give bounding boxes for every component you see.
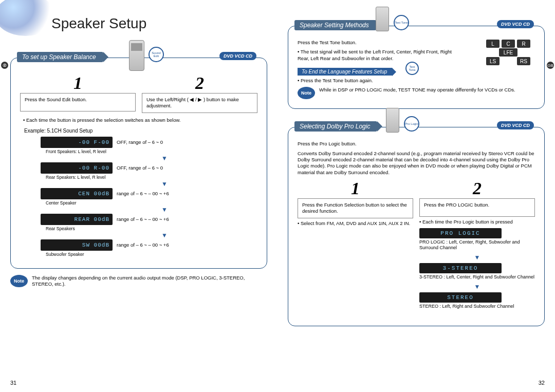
vfd-row: -00 F-00OFF, range of – 6 ~ 0: [41, 137, 257, 148]
mode-description: STEREO : Left, Right and Subwoofer Chann…: [419, 304, 535, 309]
speaker-diagram: L C R LFE LS RS: [483, 39, 534, 66]
press-pro-logic: Press the Pro Logic button.: [298, 141, 535, 147]
step-2-text: Use the Left/Right ( ◀ / ▶ ) button to m…: [142, 93, 257, 113]
vfd-list: -00 F-00OFF, range of – 6 ~ 0Front Speak…: [20, 137, 257, 257]
step-1b-bullet: • Select from FM, AM, DVD and AUX 1IN, A…: [298, 220, 413, 227]
side-tab-left: ⦿: [1, 62, 8, 69]
test-tone-button-icon-2: Test Tone: [405, 62, 419, 75]
speaker-L: L: [486, 40, 499, 48]
pro-logic-section: Selecting Dolby Pro Logic Pro Logic DVD …: [288, 127, 545, 326]
vfd-caption: Center Speaker: [46, 200, 257, 206]
down-arrow-icon: ▼: [419, 283, 535, 290]
vfd-range-note: range of – 6 ~ – 00 ~ +6: [117, 191, 169, 196]
mode-vfd: PRO LOGIC: [419, 228, 502, 238]
vfd-caption: Rear Speakers: [46, 226, 257, 231]
step-1-number: 1: [20, 73, 136, 93]
speaker-R: R: [517, 40, 530, 48]
vfd-caption: Subwoofer Speaker: [46, 252, 257, 257]
mode-vfd: 3-STEREO: [419, 263, 502, 273]
vfd-display: SW 00dB: [41, 239, 113, 251]
section2-header: Selecting Dolby Pro Logic: [294, 121, 377, 132]
mode-description: PRO LOGIC : Left, Center, Right, Subwoof…: [419, 239, 535, 251]
pro-logic-button-icon: Pro Logic: [404, 116, 419, 132]
step-1-text: Press the Sound Edit button.: [20, 93, 136, 111]
vfd-display: -00 F-00: [41, 137, 113, 148]
sub-header-end: To End the Language Features Setup: [298, 68, 392, 76]
down-arrow-icon: ▼: [419, 254, 535, 261]
speaker-balance-section: To set up Speaker Balance Sound Edit DVD…: [10, 58, 267, 269]
example-label: Example: 5.1CH Sound Setup: [24, 128, 257, 134]
step-2b-text: Press the PRO LOGIC button.: [419, 198, 535, 217]
note-text-2: While in DSP or PRO LOGIC mode, TEST TON…: [319, 87, 515, 93]
speaker-C: C: [502, 40, 515, 48]
page-left: Speaker Setup ⦿ To set up Speaker Balanc…: [0, 0, 278, 392]
vfd-range-note: OFF, range of – 6 ~ 0: [117, 165, 163, 171]
disc-decoration: [0, 0, 57, 36]
vfd-text: CEN 00dB: [78, 191, 109, 197]
main-title: Speaker Setup: [51, 15, 267, 32]
mode-vfd-text: 3-STEREO: [443, 265, 478, 271]
modes-list: PRO LOGICPRO LOGIC : Left, Center, Right…: [419, 228, 535, 309]
step-row-2: 1 Press the Function Selection button to…: [298, 179, 535, 312]
remote-icon-small-2: [386, 108, 399, 133]
vfd-text: SW 00dB: [82, 242, 109, 248]
mode-vfd-text: STEREO: [447, 294, 474, 301]
remote-icon-small: [376, 7, 389, 31]
test-tone-button-icon: Test Tone: [394, 15, 409, 30]
vfd-row: CEN 00dBrange of – 6 ~ – 00 ~ +6: [41, 188, 257, 199]
vfd-display: -00 R-00: [41, 162, 113, 174]
vfd-display: REAR 00dB: [41, 214, 113, 225]
disc-badge-3: DVD VCD CD: [497, 121, 534, 129]
vfd-text: -00 R-00: [78, 165, 109, 171]
vfd-row: -00 R-00OFF, range of – 6 ~ 0: [41, 162, 257, 174]
vfd-text: -00 F-00: [78, 139, 109, 145]
disc-badge-2: DVD VCD CD: [497, 20, 534, 28]
bullet-switch: • Each time the button is pressed the se…: [23, 117, 257, 123]
note-badge: Note: [10, 275, 28, 287]
remote-icon: [129, 40, 144, 71]
press-again-bullet: • Press the Test Tone button again.: [298, 78, 535, 84]
down-arrow-icon: ▼: [71, 233, 257, 237]
vfd-row: REAR 00dBrange of – 6 ~ – 00 ~ +6: [41, 214, 257, 225]
vfd-range-note: range of – 6 ~ – 00 ~ +6: [117, 242, 169, 248]
speaker-RS: RS: [517, 57, 530, 65]
vfd-row: SW 00dBrange of – 6 ~ – 00 ~ +6: [41, 239, 257, 251]
test-signal-bullet: • The test signal will be sent to the Le…: [298, 49, 452, 62]
note-text: The display changes depending on the cur…: [32, 275, 267, 288]
section-header: To set up Speaker Balance: [17, 52, 103, 62]
down-arrow-icon: ▼: [71, 156, 257, 160]
note-row-2: Note While in DSP or PRO LOGIC mode, TES…: [298, 87, 535, 99]
vfd-text: REAR 00dB: [75, 216, 109, 222]
mode-vfd-text: PRO LOGIC: [440, 230, 480, 236]
vfd-range-note: OFF, range of – 6 ~ 0: [117, 139, 163, 145]
section1-header: Speaker Setting Methods: [294, 20, 376, 30]
speaker-LS: LS: [486, 57, 499, 65]
note-badge-2: Note: [298, 87, 315, 99]
sound-edit-button-icon: Sound Edit: [149, 47, 164, 62]
mode-vfd: STEREO: [419, 292, 502, 303]
step-2b-number: 2: [419, 179, 535, 198]
down-arrow-icon: ▼: [71, 182, 257, 186]
step-row: 1 Press the Sound Edit button. 2 Use the…: [20, 73, 257, 113]
mode-description: 3-STEREO : Left, Center, Right and Subwo…: [419, 274, 535, 280]
vfd-caption: Front Speakers: L level, R level: [46, 149, 257, 154]
disc-badge: DVD VCD CD: [219, 52, 256, 60]
speaker-LFE: LFE: [499, 48, 517, 57]
speaker-setting-section: Speaker Setting Methods Test Tone DVD VC…: [288, 26, 545, 109]
side-tab-right: GB: [547, 62, 554, 69]
page-right: GB Speaker Setting Methods Test Tone DVD…: [278, 0, 555, 392]
step-1b-number: 1: [298, 179, 413, 198]
vfd-display: CEN 00dB: [41, 188, 113, 199]
vfd-caption: Rear Speakers: L level, R level: [46, 175, 257, 180]
step-2b-bullet: • Each time the Pro Logic button is pres…: [419, 219, 535, 225]
step-1b-text: Press the Function Selection button to s…: [298, 198, 413, 218]
down-arrow-icon: ▼: [71, 208, 257, 212]
note-row: Note The display changes depending on th…: [10, 275, 267, 288]
pro-logic-paragraph: Converts Dolby Surround encoded 2-channe…: [298, 151, 535, 176]
step-2-number: 2: [142, 73, 257, 93]
vfd-range-note: range of – 6 ~ – 00 ~ +6: [117, 216, 169, 222]
page-number-right: 32: [539, 380, 545, 386]
page-number-left: 31: [10, 380, 16, 386]
